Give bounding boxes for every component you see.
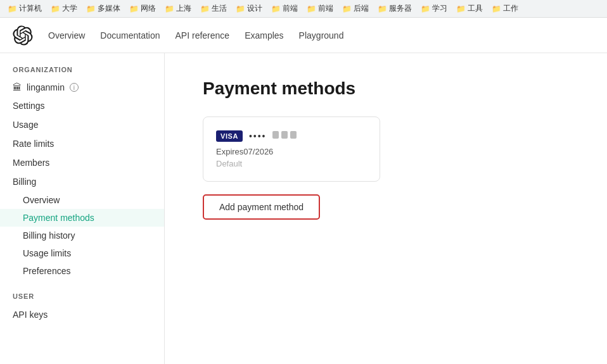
sidebar-item-members[interactable]: Members — [0, 153, 164, 172]
bookmark-item[interactable]: 📁 前端 — [304, 2, 336, 15]
bookmark-label: 工具 — [468, 3, 483, 14]
bookmark-label: 大学 — [62, 3, 77, 14]
folder-icon: 📁 — [456, 4, 466, 13]
folder-icon: 📁 — [129, 4, 139, 13]
bookmarks-bar: 📁 计算机 📁 大学 📁 多媒体 📁 网络 📁 上海 📁 生活 📁 设计 📁 前… — [0, 0, 607, 18]
svg-rect-0 — [272, 131, 279, 139]
main-content: Payment methods VISA •••• Expires07/2026… — [165, 53, 607, 364]
org-section-label: ORGANIZATION — [0, 66, 164, 78]
bookmark-item[interactable]: 📁 前端 — [269, 2, 300, 15]
main-layout: ORGANIZATION 🏛 linganmin i Settings Usag… — [0, 53, 607, 364]
info-icon[interactable]: i — [70, 83, 79, 92]
folder-icon: 📁 — [421, 4, 430, 13]
bookmark-label: 多媒体 — [98, 3, 120, 14]
bookmark-label: 前端 — [283, 3, 298, 14]
openai-logo[interactable] — [13, 25, 33, 46]
folder-icon: 📁 — [165, 4, 174, 13]
org-row: 🏛 linganmin i — [0, 78, 164, 96]
sidebar-item-api-keys[interactable]: API keys — [0, 305, 164, 324]
bookmark-label: 生活 — [212, 3, 227, 14]
folder-icon: 📁 — [307, 4, 316, 13]
nav-api-reference[interactable]: API reference — [176, 28, 230, 43]
card-expiry: Expires07/2026 — [216, 147, 367, 156]
card-default-label: Default — [216, 159, 367, 168]
sidebar-sub-item-payment-methods[interactable]: Payment methods — [0, 209, 164, 227]
sidebar-gap — [0, 280, 164, 292]
sidebar-item-billing[interactable]: Billing — [0, 172, 164, 191]
building-icon: 🏛 — [13, 82, 22, 92]
nav-playground[interactable]: Playground — [299, 28, 344, 43]
bookmark-item[interactable]: 📁 网络 — [127, 2, 158, 15]
page-title: Payment methods — [203, 78, 569, 99]
bookmark-label: 学习 — [432, 3, 447, 14]
nav-documentation[interactable]: Documentation — [100, 28, 160, 43]
nav-overview[interactable]: Overview — [48, 28, 85, 43]
folder-icon: 📁 — [86, 4, 96, 13]
card-last4 — [272, 130, 298, 142]
sidebar-item-usage[interactable]: Usage — [0, 115, 164, 134]
sidebar-sub-item-overview[interactable]: Overview — [0, 191, 164, 209]
card-dots: •••• — [249, 131, 267, 141]
folder-icon: 📁 — [51, 4, 60, 13]
bookmark-label: 上海 — [176, 3, 191, 14]
bookmark-label: 设计 — [247, 3, 262, 14]
svg-rect-1 — [281, 131, 288, 139]
bookmark-item[interactable]: 📁 生活 — [198, 2, 229, 15]
card-header-row: VISA •••• — [216, 130, 367, 142]
bookmark-label: 网络 — [141, 3, 156, 14]
bookmark-label: 计算机 — [19, 3, 42, 14]
bookmark-label: 后端 — [354, 3, 369, 14]
sidebar-item-rate-limits[interactable]: Rate limits — [0, 134, 164, 153]
folder-icon: 📁 — [236, 4, 245, 13]
svg-rect-2 — [290, 131, 297, 139]
visa-badge: VISA — [216, 130, 243, 142]
bookmark-label: 服务器 — [389, 3, 412, 14]
bookmark-item[interactable]: 📁 大学 — [48, 2, 80, 15]
user-section-label: USER — [0, 292, 164, 305]
folder-icon: 📁 — [271, 4, 281, 13]
payment-card: VISA •••• Expires07/2026 Default — [203, 116, 380, 182]
folder-icon: 📁 — [8, 4, 17, 13]
sidebar: ORGANIZATION 🏛 linganmin i Settings Usag… — [0, 53, 165, 364]
org-name: linganmin — [27, 82, 65, 92]
bookmark-item[interactable]: 📁 多媒体 — [84, 2, 123, 15]
sidebar-item-settings[interactable]: Settings — [0, 96, 164, 115]
bookmark-item[interactable]: 📁 计算机 — [5, 2, 44, 15]
folder-icon: 📁 — [492, 4, 501, 13]
nav-examples[interactable]: Examples — [245, 28, 283, 43]
bookmark-label: 前端 — [318, 3, 333, 14]
bookmark-item[interactable]: 📁 设计 — [233, 2, 265, 15]
sidebar-sub-item-preferences[interactable]: Preferences — [0, 262, 164, 280]
folder-icon: 📁 — [200, 4, 210, 13]
top-nav: Overview Documentation API reference Exa… — [0, 18, 607, 53]
bookmark-item[interactable]: 📁 后端 — [340, 2, 371, 15]
add-payment-method-button[interactable]: Add payment method — [203, 194, 320, 220]
bookmark-item[interactable]: 📁 工具 — [454, 2, 485, 15]
bookmark-label: 工作 — [503, 3, 518, 14]
sidebar-sub-item-usage-limits[interactable]: Usage limits — [0, 244, 164, 262]
bookmark-item[interactable]: 📁 上海 — [162, 2, 194, 15]
sidebar-sub-item-billing-history[interactable]: Billing history — [0, 227, 164, 244]
bookmark-item[interactable]: 📁 学习 — [418, 2, 450, 15]
folder-icon: 📁 — [378, 4, 387, 13]
folder-icon: 📁 — [342, 4, 352, 13]
bookmark-item[interactable]: 📁 服务器 — [375, 2, 414, 15]
bookmark-item[interactable]: 📁 工作 — [489, 2, 521, 15]
